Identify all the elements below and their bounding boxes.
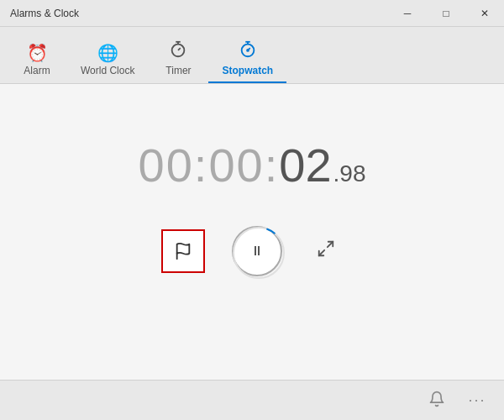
- tab-stopwatch[interactable]: Stopwatch: [208, 35, 286, 83]
- stopwatch-milliseconds: .98: [333, 160, 366, 187]
- svg-point-8: [247, 50, 249, 51]
- expand-icon: [317, 239, 335, 262]
- flag-button[interactable]: [161, 229, 205, 273]
- expand-button[interactable]: [309, 234, 343, 268]
- tab-worldclock[interactable]: 🌐 World Clock: [67, 39, 148, 83]
- minimize-button[interactable]: ─: [388, 0, 427, 27]
- svg-line-13: [319, 250, 324, 255]
- titlebar-controls: ─ □ ✕: [388, 0, 504, 26]
- flag-icon: [174, 242, 192, 260]
- stopwatch-tab-label: Stopwatch: [222, 65, 273, 76]
- tab-timer[interactable]: Timer: [148, 35, 208, 83]
- progress-arc: [231, 225, 286, 281]
- bottombar: ···: [0, 380, 504, 420]
- notifications-button[interactable]: [420, 384, 454, 417]
- svg-line-3: [178, 48, 181, 50]
- stopwatch-seconds: 02: [279, 138, 331, 192]
- tab-alarm[interactable]: ⏰ Alarm: [7, 39, 67, 83]
- more-options-button[interactable]: ···: [460, 384, 494, 417]
- timer-tab-icon: [169, 40, 187, 61]
- alarm-tab-icon: ⏰: [27, 45, 48, 61]
- more-icon: ···: [468, 391, 486, 409]
- titlebar-title: Alarms & Clock: [10, 8, 79, 19]
- svg-point-10: [234, 228, 284, 278]
- alarm-tab-label: Alarm: [24, 65, 50, 76]
- stopwatch-hours-minutes: 00:00:: [139, 138, 280, 192]
- worldclock-tab-icon: 🌐: [97, 45, 118, 61]
- pause-button[interactable]: ⏸: [232, 226, 282, 276]
- tabbar: ⏰ Alarm 🌐 World Clock Timer Stop: [0, 27, 504, 84]
- bell-icon: [428, 391, 445, 411]
- close-button[interactable]: ✕: [465, 0, 504, 27]
- controls-row: ⏸: [161, 226, 343, 276]
- titlebar: Alarms & Clock ─ □ ✕: [0, 0, 504, 27]
- svg-line-12: [328, 242, 333, 247]
- maximize-button[interactable]: □: [427, 0, 465, 27]
- stopwatch-display: 00:00: 02 .98: [139, 138, 366, 192]
- stopwatch-tab-icon: [239, 40, 257, 61]
- timer-tab-label: Timer: [165, 65, 191, 76]
- main-content: 00:00: 02 .98 ⏸: [0, 84, 504, 380]
- worldclock-tab-label: World Clock: [81, 65, 134, 76]
